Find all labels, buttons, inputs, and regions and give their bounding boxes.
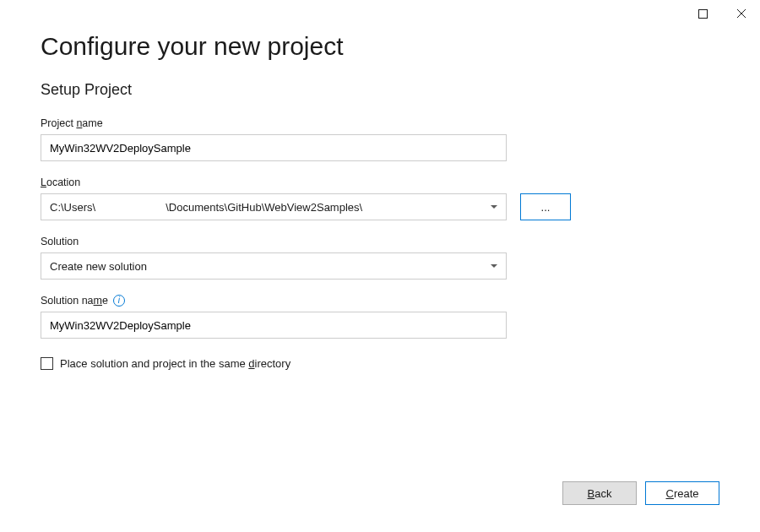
solution-combo[interactable]: Create new solution	[41, 252, 507, 280]
project-type-title: Setup Project	[41, 81, 719, 99]
location-label: Location	[41, 176, 719, 188]
back-button[interactable]: Back	[562, 481, 637, 505]
project-name-label: Project name	[41, 117, 719, 129]
project-name-field: Project name	[41, 117, 719, 161]
page-title: Configure your new project	[41, 32, 719, 61]
create-button[interactable]: Create	[645, 481, 719, 505]
dialog-footer: Back Create	[562, 481, 719, 505]
ellipsis-icon: ...	[541, 201, 551, 214]
solution-name-input[interactable]	[41, 312, 507, 339]
location-value: C:\Users\ \Documents\GitHub\WebView2Samp…	[50, 201, 362, 214]
dialog-content: Configure your new project Setup Project…	[0, 25, 760, 370]
chevron-down-icon	[491, 264, 497, 268]
browse-button[interactable]: ...	[520, 193, 571, 220]
same-directory-checkbox[interactable]	[41, 357, 53, 370]
same-directory-row: Place solution and project in the same d…	[41, 357, 719, 370]
solution-name-label: Solution name i	[41, 295, 719, 307]
solution-label: Solution	[41, 236, 719, 247]
titlebar	[0, 0, 760, 25]
maximize-button[interactable]	[691, 5, 714, 22]
close-icon	[736, 8, 746, 19]
project-name-input[interactable]	[41, 134, 507, 161]
solution-value: Create new solution	[50, 260, 147, 273]
info-icon[interactable]: i	[113, 295, 125, 307]
same-directory-label: Place solution and project in the same d…	[60, 357, 290, 370]
location-field: Location C:\Users\ \Documents\GitHub\Web…	[41, 176, 719, 220]
close-button[interactable]	[730, 5, 753, 22]
svg-rect-0	[698, 9, 707, 18]
solution-field: Solution Create new solution	[41, 236, 719, 280]
solution-name-field: Solution name i	[41, 295, 719, 339]
location-combo[interactable]: C:\Users\ \Documents\GitHub\WebView2Samp…	[41, 193, 507, 220]
maximize-icon	[698, 9, 708, 19]
chevron-down-icon	[491, 205, 497, 209]
